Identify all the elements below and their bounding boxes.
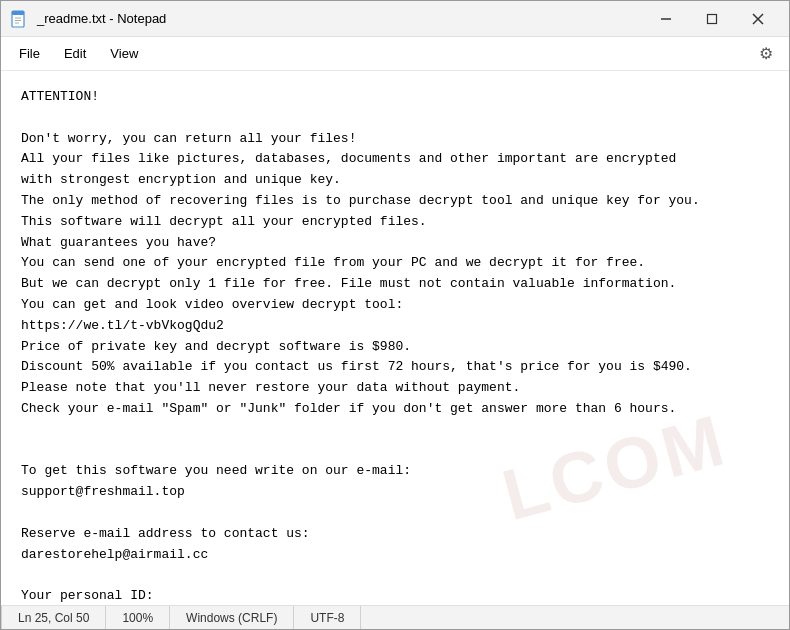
document-content: ATTENTION! Don't worry, you can return a… [21, 87, 769, 605]
window-title: _readme.txt - Notepad [37, 11, 643, 26]
cursor-position: Ln 25, Col 50 [1, 606, 106, 629]
close-button[interactable] [735, 1, 781, 37]
zoom-level: 100% [106, 606, 170, 629]
menu-edit[interactable]: Edit [54, 42, 96, 65]
app-icon [9, 9, 29, 29]
menu-view[interactable]: View [100, 42, 148, 65]
maximize-button[interactable] [689, 1, 735, 37]
svg-rect-6 [708, 14, 717, 23]
svg-rect-1 [12, 11, 24, 15]
line-ending: Windows (CRLF) [170, 606, 294, 629]
text-editor[interactable]: ATTENTION! Don't worry, you can return a… [1, 71, 789, 605]
notepad-window: _readme.txt - Notepad File Edit [0, 0, 790, 630]
window-controls [643, 1, 781, 37]
encoding: UTF-8 [294, 606, 361, 629]
minimize-button[interactable] [643, 1, 689, 37]
statusbar: Ln 25, Col 50 100% Windows (CRLF) UTF-8 [1, 605, 789, 629]
menu-file[interactable]: File [9, 42, 50, 65]
menubar: File Edit View ⚙ [1, 37, 789, 71]
titlebar: _readme.txt - Notepad [1, 1, 789, 37]
settings-icon[interactable]: ⚙ [751, 40, 781, 67]
